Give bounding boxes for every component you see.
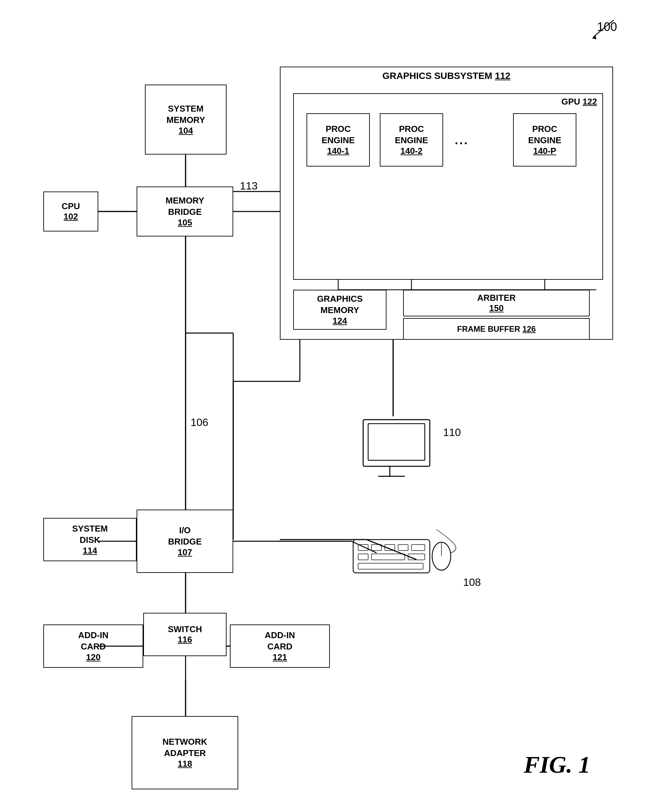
system-disk-box: SYSTEM DISK 114 (43, 518, 137, 561)
svg-rect-22 (363, 420, 430, 466)
system-disk-num: 114 (83, 546, 97, 556)
io-bridge-label: I/O BRIDGE (168, 525, 202, 548)
graphics-memory-num: 124 (333, 316, 347, 326)
cpu-box: CPU 102 (43, 191, 98, 232)
system-memory-box: SYSTEM MEMORY 104 (145, 85, 227, 154)
svg-rect-33 (372, 554, 405, 560)
system-memory-label: SYSTEM MEMORY (166, 103, 205, 126)
network-adapter-num: 118 (177, 759, 192, 769)
svg-rect-27 (358, 544, 368, 551)
arbiter-box: ARBITER 150 (403, 290, 590, 316)
ref-108: 108 (463, 576, 481, 588)
arbiter-num: 150 (489, 303, 503, 313)
system-disk-label: SYSTEM DISK (72, 523, 108, 546)
add-in-card-121-label: ADD-IN CARD (265, 630, 295, 652)
proc-engine-2-label: PROC ENGINE (395, 124, 428, 146)
svg-rect-30 (398, 544, 408, 551)
diagram-container: 100 SYSTEM MEMORY 104 CPU 102 MEMORY BRI… (0, 0, 657, 812)
ref-110: 110 (443, 426, 461, 439)
proc-engine-2-box: PROC ENGINE 140-2 (380, 113, 443, 166)
gpu-label: GPU 122 (561, 96, 597, 107)
add-in-card-120-num: 120 (86, 652, 100, 663)
system-memory-num: 104 (179, 126, 193, 136)
gpu-num: 122 (583, 96, 597, 107)
io-bridge-num: 107 (177, 547, 192, 558)
frame-buffer-label: FRAME BUFFER 126 (457, 324, 536, 334)
figure-label: FIG. 1 (524, 751, 590, 779)
add-in-card-120-box: ADD-IN CARD 120 (43, 624, 143, 668)
monitor-icon (357, 416, 436, 483)
graphics-subsystem-num: 112 (495, 71, 511, 81)
cpu-label: CPU (62, 201, 80, 212)
memory-bridge-box: MEMORY BRIDGE 105 (137, 187, 233, 236)
graphics-memory-box: GRAPHICS MEMORY 124 (293, 290, 386, 330)
proc-engine-p-num: 140-P (533, 146, 556, 156)
network-adapter-box: NETWORK ADAPTER 118 (132, 716, 238, 789)
add-in-card-120-label: ADD-IN CARD (78, 630, 109, 652)
io-bridge-box: I/O BRIDGE 107 (137, 510, 233, 573)
add-in-card-121-num: 121 (272, 652, 287, 663)
ref-100-arrow (584, 17, 624, 43)
svg-rect-31 (411, 544, 425, 551)
proc-engine-2-num: 140-2 (400, 146, 423, 156)
keyboard-icon (350, 526, 456, 586)
ref-113: 113 (240, 180, 257, 192)
memory-bridge-label: MEMORY BRIDGE (166, 195, 204, 218)
arbiter-label: ARBITER (477, 293, 516, 303)
proc-engine-1-label: PROC ENGINE (322, 124, 355, 146)
svg-line-20 (594, 20, 614, 37)
frame-buffer-box: FRAME BUFFER 126 (403, 318, 590, 340)
memory-bridge-num: 105 (177, 218, 192, 228)
graphics-subsystem-label: GRAPHICS SUBSYSTEM 112 (383, 71, 511, 81)
proc-engine-p-box: PROC ENGINE 140-P (513, 113, 576, 166)
svg-rect-23 (368, 424, 425, 460)
ref-106: 106 (191, 416, 208, 429)
graphics-memory-label: GRAPHICS MEMORY (317, 293, 363, 316)
cpu-num: 102 (64, 212, 78, 222)
switch-label: SWITCH (168, 624, 202, 635)
svg-rect-34 (408, 554, 425, 560)
svg-rect-29 (385, 544, 395, 551)
svg-rect-28 (372, 544, 381, 551)
proc-engine-p-label: PROC ENGINE (528, 124, 561, 146)
proc-engine-1-box: PROC ENGINE 140-1 (307, 113, 370, 166)
svg-rect-32 (358, 554, 368, 560)
proc-engine-1-num: 140-1 (327, 146, 349, 156)
switch-box: SWITCH 116 (143, 613, 227, 656)
proc-engine-ellipsis: ... (455, 133, 469, 147)
network-adapter-label: NETWORK ADAPTER (163, 736, 207, 759)
add-in-card-121-box: ADD-IN CARD 121 (230, 624, 330, 668)
switch-num: 116 (177, 635, 192, 645)
svg-rect-35 (358, 563, 423, 569)
svg-marker-21 (592, 35, 596, 39)
